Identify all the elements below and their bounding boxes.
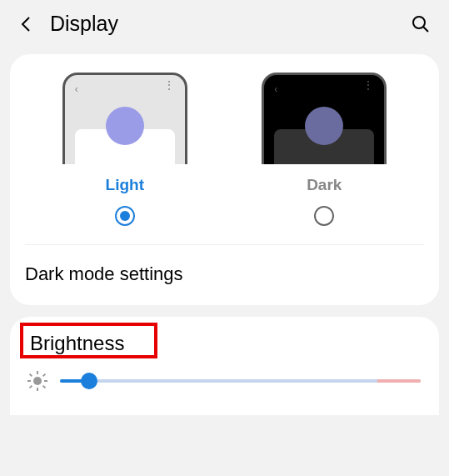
light-preview: ‹ ⋮ — [62, 73, 187, 164]
brightness-slider[interactable] — [60, 373, 421, 389]
brightness-title: Brightness — [30, 332, 424, 355]
page-title: Display — [50, 12, 411, 36]
theme-option-light[interactable]: ‹ ⋮ Light — [42, 73, 208, 226]
brightness-card: Brightness — [10, 317, 439, 415]
theme-dark-label: Dark — [307, 176, 342, 194]
theme-light-label: Light — [106, 176, 144, 194]
theme-option-dark[interactable]: ‹ ⋮ Dark — [242, 73, 408, 226]
search-icon[interactable] — [411, 14, 431, 34]
sun-icon — [28, 372, 47, 390]
radio-dark[interactable] — [314, 206, 334, 226]
radio-light[interactable] — [115, 206, 135, 226]
back-icon[interactable] — [18, 17, 33, 32]
theme-card: ‹ ⋮ Light ‹ ⋮ Dark Dark mode settings — [10, 54, 439, 305]
divider — [25, 244, 424, 245]
svg-point-0 — [413, 17, 425, 28]
dark-preview: ‹ ⋮ — [262, 73, 387, 164]
dark-mode-settings-row[interactable]: Dark mode settings — [25, 260, 424, 287]
svg-line-1 — [423, 27, 428, 32]
slider-thumb[interactable] — [81, 373, 97, 389]
